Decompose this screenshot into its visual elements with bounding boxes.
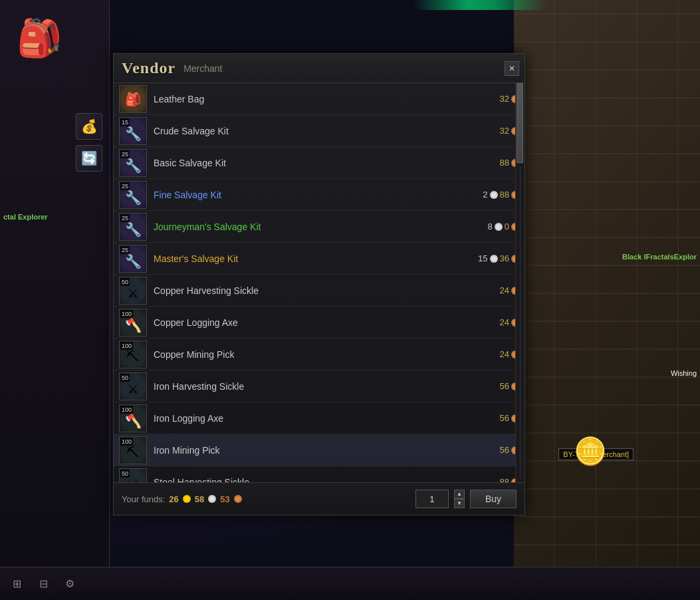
item-name-3: Basic Salvage Kit <box>154 158 466 168</box>
sidebar-item-1[interactable]: 💰 <box>76 113 102 140</box>
item-row-3[interactable]: 25🔧Basic Salvage Kit88 <box>114 147 525 179</box>
item-name-10: Iron Harvesting Sickle <box>154 381 466 392</box>
sidebar-item-2[interactable]: 🔄 <box>76 145 102 172</box>
item-name-11: Iron Logging Axe <box>154 413 466 424</box>
item-count-badge-10: 50 <box>120 374 130 382</box>
item-icon-1: 🎒 <box>119 85 147 113</box>
taskbar-icon-2[interactable]: ⊟ <box>33 574 53 594</box>
sidebar: 🎒 💰 🔄 <box>0 0 110 600</box>
fund-gold-value: 26 <box>169 494 178 504</box>
top-trim <box>414 0 547 10</box>
bag-icon: 🎒 <box>17 17 62 60</box>
quantity-input[interactable] <box>415 490 449 508</box>
item-price-5: 80 <box>466 222 519 231</box>
item-price-4: 288 <box>466 190 519 200</box>
item-row-10[interactable]: 50⚔Iron Harvesting Sickle56 <box>114 371 525 402</box>
vendor-scrollbar[interactable] <box>515 83 525 482</box>
quantity-up-button[interactable]: ▲ <box>454 490 465 499</box>
item-icon-9: 100⛏ <box>119 341 147 369</box>
item-price-11: 56 <box>466 413 519 423</box>
item-icon-11: 100🪓 <box>119 404 147 432</box>
item-count-badge-12: 100 <box>120 438 133 446</box>
vendor-subtitle: Merchant <box>183 63 222 74</box>
buy-button[interactable]: Buy <box>470 490 517 508</box>
item-name-6: Master's Salvage Kit <box>154 253 466 264</box>
taskbar: ⊞ ⊟ ⚙ <box>0 567 700 600</box>
item-price-13: 88 <box>466 477 519 482</box>
char-left-label: ctal Explorer <box>3 213 48 221</box>
item-row-9[interactable]: 100⛏Copper Mining Pick24 <box>114 339 525 371</box>
stone-wall-bg <box>514 0 700 600</box>
item-name-13: Steel Harvesting Sickle <box>154 477 466 483</box>
item-row-8[interactable]: 100🪓Copper Logging Axe24 <box>114 307 525 339</box>
item-name-8: Copper Logging Axe <box>154 317 466 328</box>
item-name-9: Copper Mining Pick <box>154 349 466 360</box>
item-row-11[interactable]: 100🪓Iron Logging Axe56 <box>114 402 525 434</box>
item-row-12[interactable]: 100⛏Iron Mining Pick56 <box>114 434 525 466</box>
vendor-window: Vendor Merchant ✕ 🎒Leather Bag3215🔧Crude… <box>113 53 525 516</box>
item-row-6[interactable]: 25🔧Master's Salvage Kit1536 <box>114 243 525 275</box>
fund-copper-value: 53 <box>220 494 229 504</box>
price-silver-coin-5 <box>495 223 503 231</box>
item-row-7[interactable]: 50⚔Copper Harvesting Sickle24 <box>114 275 525 307</box>
item-price-6: 1536 <box>466 253 519 263</box>
quantity-arrows: ▲ ▼ <box>454 490 465 508</box>
fund-silver-value: 58 <box>195 494 204 504</box>
sidebar-items: 💰 🔄 <box>76 113 102 172</box>
gold-coin-icon <box>183 495 191 503</box>
item-row-4[interactable]: 25🔧Fine Salvage Kit288 <box>114 179 525 211</box>
item-price-3: 88 <box>466 158 519 168</box>
item-icon-13: 50⚔ <box>119 468 147 483</box>
item-price-7: 24 <box>466 285 519 295</box>
item-price-12: 56 <box>466 445 519 455</box>
item-icon-8: 100🪓 <box>119 309 147 337</box>
item-row-2[interactable]: 15🔧Crude Salvage Kit32 <box>114 115 525 147</box>
items-container: 🎒Leather Bag3215🔧Crude Salvage Kit3225🔧B… <box>114 83 525 482</box>
item-icon-7: 50⚔ <box>119 277 147 305</box>
item-icon-12: 100⛏ <box>119 436 147 464</box>
item-count-badge-13: 50 <box>120 470 130 478</box>
price-silver-coin-6 <box>490 255 498 263</box>
scrollbar-thumb[interactable] <box>517 83 523 163</box>
char-right-label-1: Black lFractalsExplor <box>622 253 697 261</box>
coins-pile: 🪙 <box>574 436 607 467</box>
item-count-badge-11: 100 <box>120 406 133 414</box>
vendor-footer: Your funds: 26 58 53 ▲ ▼ Buy <box>114 482 525 515</box>
vendor-item-list: 🎒Leather Bag3215🔧Crude Salvage Kit3225🔧B… <box>114 83 525 482</box>
scrollbar-track <box>520 166 521 479</box>
price-silver-coin-4 <box>490 191 498 199</box>
copper-coin-icon <box>234 495 242 503</box>
item-count-badge-9: 100 <box>120 342 133 351</box>
char-right-label-2: Wishing <box>671 369 697 377</box>
item-icon-10: 50⚔ <box>119 373 147 400</box>
item-row-13[interactable]: 50⚔Steel Harvesting Sickle88 <box>114 466 525 482</box>
item-count-badge-7: 50 <box>120 278 130 287</box>
item-name-4: Fine Salvage Kit <box>154 190 466 200</box>
item-icon-2: 15🔧 <box>119 117 147 145</box>
item-count-badge-6: 25 <box>120 246 130 255</box>
taskbar-icon-1[interactable]: ⊞ <box>7 574 27 594</box>
buy-section: ▲ ▼ Buy <box>415 490 517 508</box>
item-count-badge-5: 25 <box>120 214 130 223</box>
silver-coin-icon <box>208 495 216 503</box>
item-name-5: Journeyman's Salvage Kit <box>154 222 466 232</box>
item-icon-3: 25🔧 <box>119 149 147 177</box>
item-price-9: 24 <box>466 349 519 359</box>
item-price-2: 32 <box>466 126 519 136</box>
item-name-7: Copper Harvesting Sickle <box>154 285 466 296</box>
item-count-badge-8: 100 <box>120 310 133 319</box>
item-price-10: 56 <box>466 381 519 391</box>
funds-section: Your funds: 26 58 53 <box>122 494 242 504</box>
vendor-titlebar: Vendor Merchant ✕ <box>114 54 525 83</box>
funds-label: Your funds: <box>122 494 165 504</box>
item-icon-4: 25🔧 <box>119 181 147 209</box>
quantity-down-button[interactable]: ▼ <box>454 499 465 508</box>
item-count-badge-4: 25 <box>120 182 130 191</box>
vendor-close-button[interactable]: ✕ <box>505 61 519 76</box>
taskbar-icon-3[interactable]: ⚙ <box>60 574 80 594</box>
item-row-5[interactable]: 25🔧Journeyman's Salvage Kit80 <box>114 211 525 243</box>
item-price-8: 24 <box>466 317 519 327</box>
item-count-badge-2: 15 <box>120 118 130 127</box>
vendor-title: Vendor <box>122 59 175 77</box>
item-row-1[interactable]: 🎒Leather Bag32 <box>114 83 525 115</box>
